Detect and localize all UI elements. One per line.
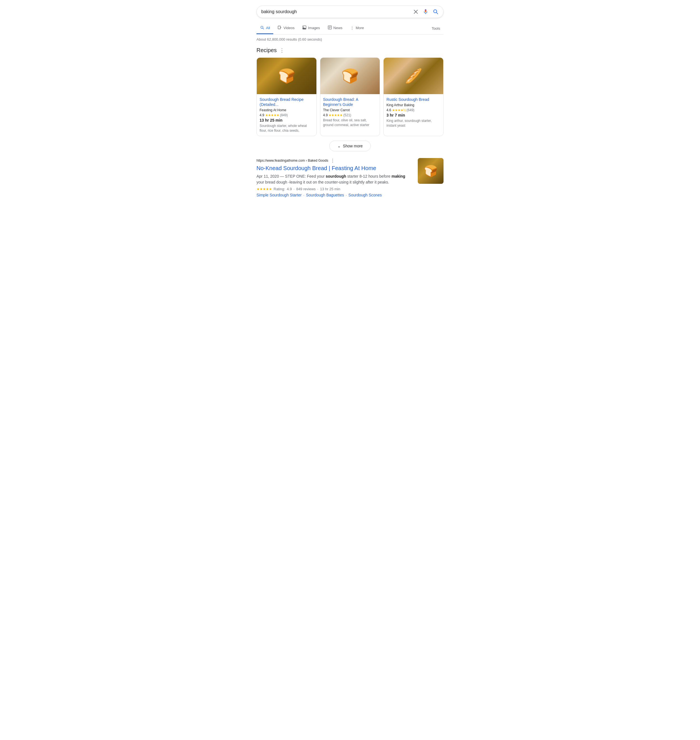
tab-all[interactable]: All [256, 22, 273, 34]
recipe-cards: Sourdough Bread Recipe (Detailed... Feas… [256, 57, 444, 136]
tab-videos-label: Videos [283, 26, 294, 30]
svg-line-3 [436, 12, 438, 14]
svg-point-9 [303, 27, 304, 28]
result-url: https://www.feastingathome.com › Baked G… [256, 159, 328, 162]
recipe-card-2[interactable]: Sourdough Bread: A Beginner's Guide The … [320, 57, 380, 136]
tab-all-label: All [266, 26, 270, 30]
search-button[interactable] [432, 9, 439, 15]
tab-more[interactable]: ⋮ More [347, 23, 368, 34]
svg-line-5 [263, 28, 264, 29]
svg-point-4 [261, 26, 263, 28]
result-date: Apr 11, 2020 [256, 174, 279, 178]
recipe-card-body-1: Sourdough Bread Recipe (Detailed... Feas… [257, 94, 316, 136]
more-tab-icon: ⋮ [350, 26, 354, 30]
recipe-time-1: 13 hr 25 min [260, 118, 313, 122]
tab-images-label: Images [308, 26, 320, 30]
result-thumb-image [418, 158, 444, 184]
recipe-stars-row-1: 4.9 ★★★★★ (849) [260, 113, 313, 117]
images-tab-icon [302, 25, 306, 30]
result-dot-sep-2: · [317, 187, 318, 191]
recipes-options-icon[interactable]: ⋮ [279, 47, 284, 53]
recipe-image-1 [257, 58, 316, 94]
search-bar [256, 6, 444, 18]
recipes-header: Recipes ⋮ [256, 47, 444, 53]
search-result-1: https://www.feastingathome.com › Baked G… [256, 158, 444, 197]
recipe-card-body-3: Rustic Sourdough Bread King Arthur Bakin… [384, 94, 443, 131]
recipe-review-count-1: (849) [280, 113, 288, 117]
recipe-image-3 [384, 58, 443, 94]
tab-news[interactable]: News [325, 23, 346, 34]
result-review-count: 849 reviews [296, 187, 316, 191]
show-more-button[interactable]: ⌄ Show more [329, 141, 371, 151]
link-sep-2: · [346, 193, 347, 197]
related-link-2[interactable]: Sourdough Baguettes [306, 193, 344, 197]
svg-marker-10 [303, 27, 306, 29]
result-title[interactable]: No-Knead Sourdough Bread | Feasting At H… [256, 165, 413, 172]
recipe-rating-1: 4.9 [260, 113, 264, 117]
tools-button[interactable]: Tools [428, 24, 444, 33]
nav-tabs: All Videos Images [256, 22, 444, 34]
videos-tab-icon [278, 25, 282, 30]
results-count: About 62,800,000 results (0.60 seconds) [256, 37, 444, 41]
svg-marker-7 [281, 27, 282, 28]
recipes-section: Recipes ⋮ Sourdough Bread Recipe (Detail… [256, 47, 444, 151]
tab-images[interactable]: Images [299, 23, 324, 34]
tab-news-label: News [334, 26, 343, 30]
recipe-star-icons-3: ★★★★½ [392, 108, 406, 112]
show-more-container: ⌄ Show more [256, 141, 444, 151]
recipe-source-3: King Arthur Baking [387, 103, 440, 107]
voice-search-button[interactable] [422, 9, 429, 15]
recipe-card-body-2: Sourdough Bread: A Beginner's Guide The … [320, 94, 380, 130]
recipe-source-1: Feasting At Home [260, 108, 313, 112]
related-link-1[interactable]: Simple Sourdough Starter [256, 193, 301, 197]
show-more-label: Show more [343, 144, 363, 148]
result-options-icon[interactable]: ⋮ [330, 158, 335, 164]
recipe-rating-3: 4.6 [387, 108, 391, 112]
link-sep-1: · [303, 193, 304, 197]
result-thumbnail [418, 158, 444, 184]
result-content-1: https://www.feastingathome.com › Baked G… [256, 158, 413, 197]
recipe-ingredients-1: Sourdough starter, whole wheat flour, ri… [260, 124, 313, 133]
search-icons [413, 9, 439, 15]
search-input[interactable] [261, 9, 413, 14]
clear-icon [413, 9, 419, 15]
result-snippet: Apr 11, 2020 — STEP ONE: Feed your sourd… [256, 174, 413, 185]
recipe-rating-2: 4.9 [323, 113, 328, 117]
result-url-row: https://www.feastingathome.com › Baked G… [256, 158, 413, 164]
recipe-star-icons-1: ★★★★★ [265, 113, 279, 117]
clear-button[interactable] [413, 9, 419, 15]
svg-rect-6 [278, 26, 281, 29]
news-tab-icon [328, 25, 332, 30]
recipe-card-1[interactable]: Sourdough Bread Recipe (Detailed... Feas… [256, 57, 317, 136]
recipe-ingredients-3: King arthur, sourdough starter, instant … [387, 118, 440, 128]
recipe-source-2: The Clever Carrot [323, 108, 377, 112]
recipe-card-3[interactable]: Rustic Sourdough Bread King Arthur Bakin… [383, 57, 444, 136]
chevron-down-icon: ⌄ [337, 144, 341, 148]
recipe-title-2: Sourdough Bread: A Beginner's Guide [323, 97, 377, 107]
search-icon [432, 9, 439, 15]
tab-more-label: More [356, 26, 364, 30]
all-tab-icon [260, 25, 264, 31]
result-time: 13 hr 25 min [320, 187, 340, 191]
related-link-3[interactable]: Sourdough Scones [348, 193, 382, 197]
result-dot-sep-1: · [293, 187, 294, 191]
recipe-stars-row-3: 4.6 ★★★★½ (649) [387, 108, 440, 112]
result-rating-row: ★★★★★ Rating: 4.9 · 849 reviews · 13 hr … [256, 187, 413, 191]
recipe-image-2 [320, 58, 380, 94]
result-star-icons: ★★★★★ [256, 187, 272, 191]
result-related-links: Simple Sourdough Starter · Sourdough Bag… [256, 193, 413, 197]
result-rating-value: 4.9 [287, 187, 292, 191]
recipe-stars-row-2: 4.9 ★★★★★ (521) [323, 113, 377, 117]
microphone-icon [422, 9, 429, 15]
recipes-title: Recipes [256, 47, 276, 53]
recipe-review-count-3: (649) [407, 108, 415, 112]
recipe-time-3: 3 hr 7 min [387, 113, 440, 117]
recipe-title-1: Sourdough Bread Recipe (Detailed... [260, 97, 313, 107]
recipe-title-3: Rustic Sourdough Bread [387, 97, 440, 102]
recipe-ingredients-2: Bread flour, olive oil, sea salt, ground… [323, 118, 377, 127]
result-rating-label: Rating: [274, 187, 285, 191]
recipe-star-icons-2: ★★★★★ [328, 113, 343, 117]
tab-videos[interactable]: Videos [274, 23, 298, 34]
recipe-review-count-2: (521) [343, 113, 351, 117]
